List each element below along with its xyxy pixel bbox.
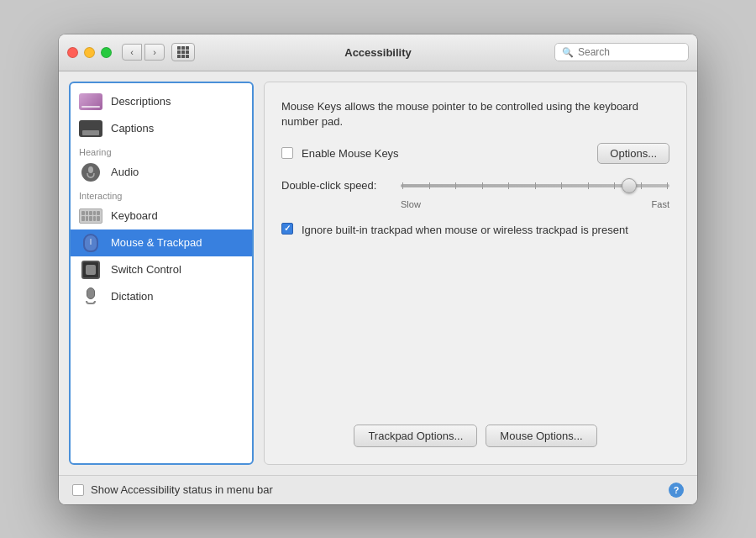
slider-labels: Slow Fast [401,199,669,209]
double-click-speed-section: Double-click speed: [281,177,669,209]
switch-control-icon [79,261,102,279]
captions-icon [79,119,102,138]
nav-buttons: ‹ › [122,44,165,61]
sidebar-item-mouse-trackpad[interactable]: Mouse & Trackpad [71,229,252,256]
section-label-hearing: Hearing [71,142,252,159]
footer: Show Accessibility status in menu bar ? [59,475,697,504]
maximize-button[interactable] [101,47,112,58]
sidebar-label-keyboard: Keyboard [111,209,158,222]
back-button[interactable]: ‹ [122,44,142,61]
ignore-trackpad-label: Ignore built-in trackpad when mouse or w… [302,223,628,238]
search-input[interactable] [578,46,681,58]
section-label-interacting: Interacting [71,186,252,203]
show-accessibility-checkbox[interactable] [72,484,84,496]
options-button[interactable]: Options... [597,143,669,164]
search-icon: 🔍 [562,47,574,58]
sidebar: Descriptions Captions Hearing [69,82,254,465]
keyboard-icon [79,207,102,225]
mouse-options-button[interactable]: Mouse Options... [486,425,596,447]
sidebar-label-switch-control: Switch Control [111,263,181,276]
descriptions-icon [79,92,102,111]
sidebar-item-switch-control[interactable]: Switch Control [71,256,252,283]
slider-thumb[interactable] [622,178,637,193]
sidebar-label-mouse-trackpad: Mouse & Trackpad [111,236,202,249]
ignore-trackpad-checkbox[interactable] [281,223,293,235]
titlebar: ‹ › Accessibility 🔍 [59,34,697,71]
audio-icon [79,163,102,182]
search-box[interactable]: 🔍 [554,43,689,61]
slider-row: Double-click speed: [281,177,669,194]
ignore-trackpad-row: Ignore built-in trackpad when mouse or w… [281,223,669,238]
right-panel: Mouse Keys allows the mouse pointer to b… [264,82,687,465]
description-text: Mouse Keys allows the mouse pointer to b… [281,99,669,129]
mouse-trackpad-icon [79,234,102,252]
trackpad-options-button[interactable]: Trackpad Options... [354,425,477,447]
dictation-icon [79,287,102,306]
enable-mouse-keys-row: Enable Mouse Keys Options... [281,143,669,164]
minimize-button[interactable] [84,47,95,58]
double-click-speed-label: Double-click speed: [281,179,391,192]
enable-mouse-keys-label: Enable Mouse Keys [302,147,399,160]
svg-point-0 [88,166,93,173]
show-accessibility-label: Show Accessibility status in menu bar [91,483,273,496]
help-button[interactable]: ? [669,483,684,498]
enable-mouse-keys-checkbox[interactable] [281,147,293,159]
double-click-speed-slider[interactable] [401,177,669,194]
main-content: Descriptions Captions Hearing [59,71,697,475]
grid-view-button[interactable] [171,43,195,61]
footer-left: Show Accessibility status in menu bar [72,483,273,496]
slider-fast-label: Fast [652,199,669,209]
sidebar-item-dictation[interactable]: Dictation [71,283,252,310]
slider-slow-label: Slow [401,199,421,209]
close-button[interactable] [67,47,78,58]
sidebar-label-descriptions: Descriptions [111,95,171,108]
accessibility-window: ‹ › Accessibility 🔍 Descriptions [59,34,697,504]
sidebar-item-audio[interactable]: Audio [71,159,252,186]
bottom-buttons: Trackpad Options... Mouse Options... [281,425,669,447]
window-title: Accessibility [344,46,412,59]
sidebar-label-audio: Audio [111,166,139,178]
sidebar-item-descriptions[interactable]: Descriptions [71,88,252,115]
sidebar-label-dictation: Dictation [111,290,154,303]
sidebar-item-keyboard[interactable]: Keyboard [71,203,252,229]
sidebar-label-captions: Captions [111,122,154,134]
grid-icon [177,46,189,58]
sidebar-item-captions[interactable]: Captions [71,115,252,142]
forward-button[interactable]: › [144,44,165,61]
traffic-lights [67,47,112,58]
